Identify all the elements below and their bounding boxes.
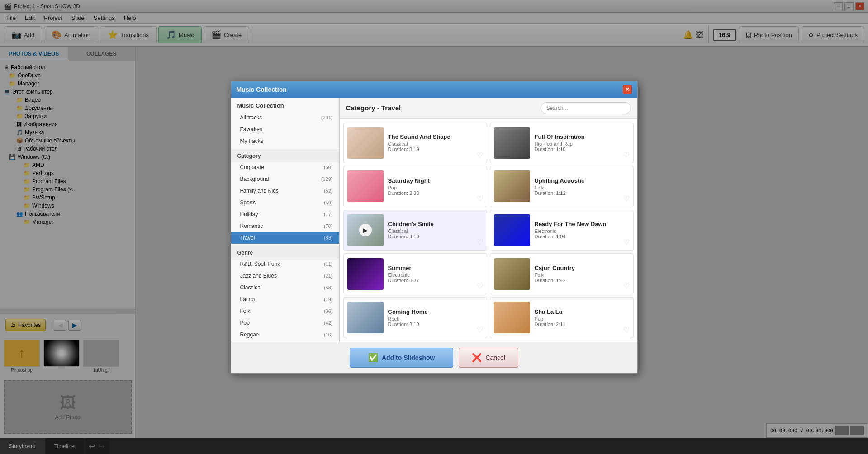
track-title-0: The Sound And Shape [388,133,483,140]
music-card-1[interactable]: Full Of Inspiration Hip Hop and Rap Dura… [490,123,634,164]
sidebar-item-travel[interactable]: Travel (83) [231,232,339,244]
heart-icon-2[interactable]: ♡ [477,194,483,203]
music-collection-dialog: Music Collection ✕ Music Collection All … [231,81,638,374]
heart-icon-7[interactable]: ♡ [623,282,630,290]
favorites-label: Favorites [240,126,262,132]
music-card-2[interactable]: Saturday Night Pop Duration: 2:33 ♡ [343,166,487,207]
add-slideshow-label: Add to Slideshow [382,354,435,361]
music-card-8[interactable]: Coming Home Rock Duration: 3:10 ♡ [343,297,487,338]
sidebar-item-background[interactable]: Background (129) [231,173,339,185]
track-thumbnail-2 [347,170,384,202]
track-info-4: Children's Smile Classical Duration: 4:1… [388,221,483,239]
dialog-footer: ✅ Add to Slideshow ❌ Cancel [231,342,637,373]
track-thumbnail-0 [347,127,384,159]
track-title-8: Coming Home [388,308,483,315]
category-header: Category [231,149,339,161]
sidebar-item-sports[interactable]: Sports (59) [231,197,339,208]
track-info-7: Cajun Country Folk Duration: 1:42 [535,265,630,283]
heart-icon-9[interactable]: ♡ [623,326,630,334]
sidebar-item-pop[interactable]: Pop (42) [231,317,339,329]
track-genre-4: Classical [388,228,483,234]
track-genre-6: Electronic [388,272,483,278]
music-card-4[interactable]: ▶ Children's Smile Classical Duration: 4… [343,210,487,251]
track-duration-2: Duration: 2:33 [388,190,483,196]
sidebar-item-jazz[interactable]: Jazz and Blues (21) [231,270,339,282]
track-title-9: Sha La La [535,308,630,315]
sidebar-item-rnb[interactable]: R&B, Soul, Funk (11) [231,258,339,270]
add-to-slideshow-button[interactable]: ✅ Add to Slideshow [350,348,453,368]
track-duration-9: Duration: 2:11 [535,322,630,327]
track-genre-0: Classical [388,141,483,147]
my-tracks-label: My tracks [240,138,263,144]
heart-icon-8[interactable]: ♡ [477,326,483,334]
heart-icon-6[interactable]: ♡ [477,282,483,290]
track-info-9: Sha La La Pop Duration: 2:11 [535,308,630,327]
track-duration-8: Duration: 3:10 [388,322,483,327]
track-duration-4: Duration: 4:10 [388,234,483,239]
sidebar-item-romantic[interactable]: Romantic (70) [231,220,339,232]
heart-icon-1[interactable]: ♡ [623,151,630,159]
track-thumbnail-4: ▶ [347,214,384,246]
track-title-3: Uplifting Acoustic [535,177,630,184]
music-card-3[interactable]: Uplifting Acoustic Folk Duration: 1:12 ♡ [490,166,634,207]
sidebar-item-corporate[interactable]: Corporate (50) [231,161,339,173]
track-title-7: Cajun Country [535,265,630,271]
heart-icon-4[interactable]: ♡ [477,238,483,246]
cancel-button[interactable]: ❌ Cancel [459,348,518,368]
sidebar-item-latino[interactable]: Latino (19) [231,293,339,305]
dialog-content-header: Category - Travel [340,98,637,119]
cancel-icon: ❌ [472,353,482,363]
sidebar-item-my-tracks[interactable]: My tracks [231,135,339,147]
sidebar-item-classical[interactable]: Classical (58) [231,282,339,293]
track-title-5: Ready For The New Dawn [535,221,630,227]
track-genre-2: Pop [388,185,483,190]
music-card-6[interactable]: Summer Electronic Duration: 3:37 ♡ [343,253,487,294]
track-duration-1: Duration: 1:10 [535,147,630,152]
music-card-9[interactable]: Sha La La Pop Duration: 2:11 ♡ [490,297,634,338]
track-thumbnail-5 [494,214,530,246]
track-genre-5: Electronic [535,228,630,234]
track-info-0: The Sound And Shape Classical Duration: … [388,133,483,152]
track-duration-0: Duration: 3:19 [388,147,483,152]
track-thumbnail-6 [347,258,384,290]
sidebar-item-folk[interactable]: Folk (36) [231,305,339,317]
music-card-5[interactable]: Ready For The New Dawn Electronic Durati… [490,210,634,251]
sidebar-item-all-tracks[interactable]: All tracks (201) [231,112,339,123]
sidebar-item-reggae[interactable]: Reggae (10) [231,329,339,340]
track-thumbnail-7 [494,258,530,290]
music-card-7[interactable]: Cajun Country Folk Duration: 1:42 ♡ [490,253,634,294]
track-duration-3: Duration: 1:12 [535,190,630,196]
dialog-sidebar: Music Collection All tracks (201) Favori… [231,98,340,342]
track-info-8: Coming Home Rock Duration: 3:10 [388,308,483,327]
sidebar-item-family-kids[interactable]: Family and Kids (52) [231,185,339,197]
cancel-label: Cancel [485,354,505,361]
all-tracks-label: All tracks [240,114,262,121]
track-genre-3: Folk [535,185,630,190]
music-card-0[interactable]: The Sound And Shape Classical Duration: … [343,123,487,164]
dialog-overlay: Music Collection ✕ Music Collection All … [0,0,868,454]
heart-icon-3[interactable]: ♡ [623,194,630,203]
sidebar-item-holiday[interactable]: Holiday (77) [231,208,339,220]
track-info-1: Full Of Inspiration Hip Hop and Rap Dura… [535,133,630,152]
dialog-content: Category - Travel The Sound And Shape Cl… [340,98,637,342]
dialog-close-button[interactable]: ✕ [623,85,632,94]
track-genre-7: Folk [535,272,630,278]
track-thumbnail-1 [494,127,530,159]
track-thumbnail-9 [494,302,530,333]
heart-icon-0[interactable]: ♡ [477,151,483,159]
track-title-2: Saturday Night [388,177,483,184]
track-genre-8: Rock [388,316,483,322]
track-info-5: Ready For The New Dawn Electronic Durati… [535,221,630,239]
sidebar-item-favorites[interactable]: Favorites [231,123,339,135]
track-info-6: Summer Electronic Duration: 3:37 [388,265,483,283]
track-duration-7: Duration: 1:42 [535,278,630,283]
track-title-1: Full Of Inspiration [535,133,630,140]
play-button-4[interactable]: ▶ [359,224,372,236]
track-genre-9: Pop [535,316,630,322]
content-title: Category - Travel [346,104,401,112]
search-input[interactable] [541,102,631,114]
dialog-body: Music Collection All tracks (201) Favori… [231,98,637,342]
heart-icon-5[interactable]: ♡ [623,238,630,246]
track-title-6: Summer [388,265,483,271]
sidebar-header: Music Collection [231,98,339,112]
